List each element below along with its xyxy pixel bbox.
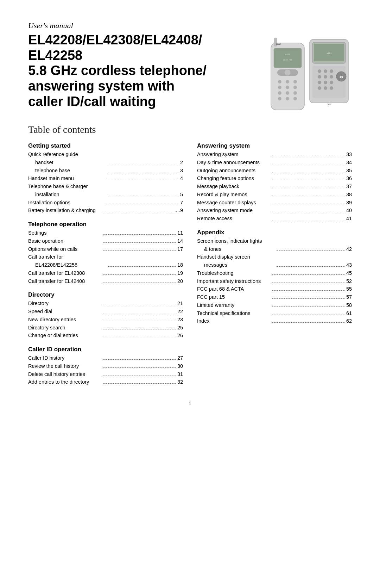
toc-entry-telephone-base: telephone base 3: [28, 167, 183, 175]
svg-point-38: [293, 97, 297, 100]
toc-title: Table of contents: [28, 124, 352, 135]
toc-right-column: Answering system Answering system 33 Day…: [197, 142, 352, 386]
toc-section-appendix: Appendix: [197, 229, 352, 236]
svg-text:12:00 PM: 12:00 PM: [283, 59, 292, 61]
toc-entry-caller-id-history: Caller ID history 27: [28, 354, 183, 362]
toc-entry-call-transfer-for: Call transfer for: [28, 253, 183, 261]
svg-point-9: [324, 75, 327, 79]
toc-entry-important-safety: Important safety instructions 52: [197, 278, 352, 285]
svg-point-37: [286, 97, 289, 100]
toc-left-column: Getting started Quick reference guide ha…: [28, 142, 183, 386]
phone-image: at&t 16 5.8: [267, 36, 352, 113]
svg-point-5: [318, 69, 321, 73]
toc-entry-handset: handset 2: [28, 159, 183, 167]
users-manual-label: User's manual: [28, 21, 352, 30]
svg-text:5.8: 5.8: [327, 103, 331, 106]
svg-point-10: [330, 75, 333, 79]
svg-rect-4: [312, 66, 346, 98]
toc-entry-options-while-calls: Options while on calls 17: [28, 246, 183, 253]
toc-entry-settings: Settings 11: [28, 229, 183, 237]
toc-entry-directory-search: Directory search 25: [28, 324, 183, 332]
svg-text:16: 16: [340, 75, 343, 79]
svg-point-6: [324, 69, 327, 73]
svg-point-36: [278, 97, 281, 100]
svg-point-26: [284, 69, 291, 76]
toc-entry-installation-options: Installation options 7: [28, 199, 183, 207]
toc-entry-tech-specs: Technical specifications 61: [197, 310, 352, 317]
svg-point-8: [318, 75, 321, 79]
svg-point-28: [286, 80, 289, 83]
svg-point-12: [324, 81, 327, 84]
toc-section-directory: Directory: [28, 291, 183, 298]
toc-section-answering-system: Answering system: [197, 142, 352, 149]
svg-point-27: [278, 80, 281, 83]
toc-entry-directory: Directory 21: [28, 300, 183, 308]
toc-entry-delete-history: Delete call history entries 31: [28, 371, 183, 378]
toc-entry-basic-operation: Basic operation 14: [28, 237, 183, 245]
toc-entry-tel-base-charger: Telephone base & charger: [28, 183, 183, 191]
svg-point-11: [318, 81, 321, 84]
toc-entry-call-transfer-el42408: Call transfer for EL42408 20: [28, 278, 183, 285]
toc-entry-call-transfer-el42308: Call transfer for EL42308 19: [28, 270, 183, 277]
svg-rect-21: [274, 38, 277, 47]
svg-point-33: [278, 91, 281, 95]
svg-point-14: [318, 86, 321, 90]
main-title: EL42208/EL42308/EL42408/ EL42258 5.8 GHz…: [28, 32, 267, 109]
toc-entry-speed-dial: Speed dial 22: [28, 308, 183, 316]
toc-entry-add-entries-directory: Add entries to the directory 32: [28, 378, 183, 386]
toc-entry-handset-display: Handset display screen: [197, 253, 352, 261]
toc-entry-limited-warranty: Limited warranty 58: [197, 302, 352, 309]
toc-entry-outgoing: Outgoing announcements 35: [197, 167, 352, 175]
svg-point-32: [293, 86, 297, 89]
svg-point-15: [324, 86, 327, 90]
toc-entry-battery: Battery installation & charging ....9: [28, 207, 183, 215]
toc-entry-troubleshooting: Troubleshooting 45: [197, 270, 352, 277]
toc-entry-record-play-memos: Record & play memos 38: [197, 191, 352, 199]
page-number: 1: [28, 401, 352, 406]
svg-text:at&t: at&t: [276, 43, 281, 45]
toc-entry-index: Index 62: [197, 317, 352, 325]
toc-entry-tones: & tones 42: [197, 246, 352, 253]
toc-entry-new-directory: New directory entries 23: [28, 316, 183, 324]
toc-entry-handset-main-menu: Handset main menu 4: [28, 175, 183, 182]
svg-point-30: [278, 86, 281, 89]
toc-entry-review-call-history: Review the call history 30: [28, 363, 183, 370]
toc-entry-messages: messages 43: [197, 261, 352, 269]
svg-point-29: [293, 80, 297, 83]
toc-entry-installation: installation 5: [28, 191, 183, 199]
svg-rect-22: [274, 48, 302, 68]
svg-point-16: [330, 86, 333, 90]
toc-entry-change-dial: Change or dial entries 26: [28, 332, 183, 340]
toc-section-getting-started: Getting started: [28, 142, 183, 149]
toc-entry-day-time: Day & time announcements 34: [197, 159, 352, 167]
svg-text:at&t: at&t: [285, 53, 290, 56]
svg-point-7: [330, 69, 333, 73]
toc-entry-changing-feature: Changing feature options 36: [197, 175, 352, 182]
svg-point-31: [286, 86, 289, 89]
toc-entry-qrg: Quick reference guide: [28, 151, 183, 159]
toc-entry-fcc-15: FCC part 15 57: [197, 293, 352, 301]
svg-text:at&t: at&t: [327, 52, 332, 55]
toc-entry-call-transfer-el42208: EL42208/EL42258 18: [28, 261, 183, 269]
toc-entry-screen-icons: Screen icons, indicator lights: [197, 237, 352, 245]
toc-entry-message-playback: Message playback 37: [197, 183, 352, 191]
toc-entry-answering-mode: Answering system mode 40: [197, 207, 352, 215]
toc-entry-fcc-68: FCC part 68 & ACTA 55: [197, 285, 352, 293]
toc-section-caller-id: Caller ID operation: [28, 346, 183, 353]
svg-point-34: [286, 91, 289, 95]
toc-entry-message-counter: Message counter displays 39: [197, 199, 352, 207]
toc-section-telephone-operation: Telephone operation: [28, 221, 183, 228]
svg-point-35: [293, 91, 297, 95]
toc-entry-remote-access: Remote access 41: [197, 215, 352, 223]
svg-point-13: [330, 81, 333, 84]
toc-entry-answering-system: Answering system 33: [197, 151, 352, 159]
